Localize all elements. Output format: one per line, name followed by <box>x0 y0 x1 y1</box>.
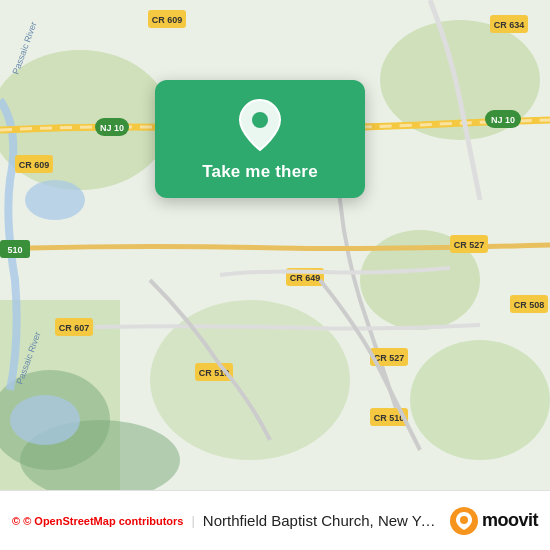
svg-text:CR 609: CR 609 <box>19 160 50 170</box>
svg-text:CR 527: CR 527 <box>454 240 485 250</box>
svg-text:CR 527: CR 527 <box>374 353 405 363</box>
location-name: Northfield Baptist Church, New York City <box>203 512 442 529</box>
map-view[interactable]: NJ 10 NJ 10 CR 609 CR 634 Livingston CR … <box>0 0 550 490</box>
svg-text:CR 634: CR 634 <box>494 20 525 30</box>
svg-point-6 <box>410 340 550 460</box>
svg-text:CR 508: CR 508 <box>514 300 545 310</box>
bottom-bar: © © OpenStreetMap contributors | Northfi… <box>0 490 550 550</box>
svg-point-10 <box>10 395 80 445</box>
svg-point-40 <box>252 112 268 128</box>
svg-text:510: 510 <box>7 245 22 255</box>
svg-text:CR 649: CR 649 <box>290 273 321 283</box>
svg-point-5 <box>150 300 350 460</box>
svg-text:CR 607: CR 607 <box>59 323 90 333</box>
cta-card[interactable]: Take me there <box>155 80 365 198</box>
svg-text:NJ 10: NJ 10 <box>100 123 124 133</box>
svg-point-42 <box>460 516 468 524</box>
svg-text:NJ 10: NJ 10 <box>491 115 515 125</box>
take-me-there-button[interactable]: Take me there <box>202 162 318 182</box>
moovit-brand-text: moovit <box>482 510 538 531</box>
svg-point-9 <box>25 180 85 220</box>
svg-text:CR 609: CR 609 <box>152 15 183 25</box>
svg-text:CR 510: CR 510 <box>374 413 405 423</box>
location-pin-icon <box>233 98 287 152</box>
moovit-logo: moovit <box>450 507 538 535</box>
osm-attribution: © © OpenStreetMap contributors <box>12 515 183 527</box>
